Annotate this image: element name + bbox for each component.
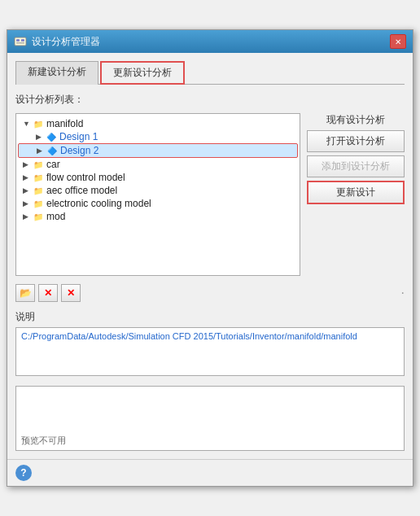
expand-arrow-aec-office: ▶ bbox=[23, 186, 31, 195]
svg-rect-1 bbox=[16, 39, 20, 42]
tab-new-design[interactable]: 新建设计分析 bbox=[15, 61, 98, 85]
expand-arrow-car: ▶ bbox=[23, 160, 31, 168]
preview-label: 预览不可用 bbox=[21, 435, 66, 447]
main-area: ▼ 📁 manifold ▶ 🔷 Design 1 ▶ 🔷 Design 2 bbox=[15, 113, 405, 276]
title-controls: ✕ bbox=[390, 34, 406, 49]
update-design-button[interactable]: 更新设计 bbox=[307, 181, 405, 204]
expand-arrow-electronic-cooling: ▶ bbox=[23, 199, 31, 208]
remove-button[interactable]: ✕ bbox=[61, 284, 81, 302]
svg-rect-2 bbox=[21, 39, 24, 42]
remove-icon: ✕ bbox=[67, 287, 75, 299]
open-folder-icon: 📂 bbox=[20, 287, 32, 299]
design-icon-design1: 🔷 bbox=[46, 131, 57, 142]
window-content: 新建设计分析 更新设计分析 设计分析列表： ▼ 📁 manifold ▶ bbox=[7, 53, 413, 459]
tree-item-design2[interactable]: ▶ 🔷 Design 2 bbox=[18, 143, 298, 158]
expand-arrow-flow-control: ▶ bbox=[23, 173, 31, 181]
design-icon-design2: 🔷 bbox=[46, 145, 58, 156]
tree-item-car[interactable]: ▶ 📁 car bbox=[18, 158, 298, 171]
expand-arrow-manifold: ▼ bbox=[23, 120, 31, 128]
description-section: 说明 C:/ProgramData/Autodesk/Simulation CF… bbox=[15, 310, 405, 376]
delete-icon: ✕ bbox=[44, 287, 52, 299]
open-folder-button[interactable]: 📂 bbox=[15, 284, 35, 302]
bottom-bar: ? bbox=[7, 459, 413, 486]
description-text: C:/ProgramData/Autodesk/Simulation CFD 2… bbox=[15, 327, 405, 376]
folder-icon-car: 📁 bbox=[33, 159, 44, 170]
tree-item-label-aec-office: aec office model bbox=[46, 185, 117, 196]
tree-item-flow-control[interactable]: ▶ 📁 flow control model bbox=[18, 171, 298, 184]
right-panel: 现有设计分析 打开设计分析 添加到设计分析 更新设计 bbox=[307, 113, 405, 276]
description-label: 说明 bbox=[15, 310, 405, 324]
app-icon bbox=[14, 35, 27, 48]
folder-icon-flow-control: 📁 bbox=[33, 172, 44, 183]
tree-item-label-flow-control: flow control model bbox=[46, 172, 125, 183]
svg-rect-0 bbox=[15, 37, 26, 46]
svg-rect-3 bbox=[16, 42, 24, 44]
close-button[interactable]: ✕ bbox=[390, 34, 406, 49]
delete-button[interactable]: ✕ bbox=[38, 284, 58, 302]
tab-bar: 新建设计分析 更新设计分析 bbox=[15, 61, 405, 85]
tree-section-label: 设计分析列表： bbox=[15, 93, 405, 107]
tree-panel[interactable]: ▼ 📁 manifold ▶ 🔷 Design 1 ▶ 🔷 Design 2 bbox=[15, 113, 300, 276]
expand-arrow-design1: ▶ bbox=[36, 133, 44, 141]
preview-section: 预览不可用 bbox=[15, 386, 405, 451]
folder-icon-aec-office: 📁 bbox=[33, 185, 44, 196]
tree-item-manifold[interactable]: ▼ 📁 manifold bbox=[18, 117, 298, 130]
open-design-button[interactable]: 打开设计分析 bbox=[307, 130, 405, 152]
expand-arrow-design2: ▶ bbox=[37, 146, 45, 155]
main-window: 设计分析管理器 ✕ 新建设计分析 更新设计分析 设计分析列表： ▼ � bbox=[7, 29, 413, 487]
folder-icon-mod: 📁 bbox=[33, 211, 44, 222]
help-button[interactable]: ? bbox=[15, 465, 32, 481]
title-bar: 设计分析管理器 ✕ bbox=[7, 30, 413, 53]
tree-item-aec-office[interactable]: ▶ 📁 aec office model bbox=[18, 184, 298, 197]
right-panel-label: 现有设计分析 bbox=[307, 113, 405, 127]
tree-item-label-mod: mod bbox=[46, 211, 65, 222]
tree-item-design1[interactable]: ▶ 🔷 Design 1 bbox=[18, 130, 298, 143]
tree-item-label-design2: Design 2 bbox=[60, 145, 98, 156]
tree-item-label-electronic-cooling: electronic cooling model bbox=[46, 198, 151, 209]
folder-icon-manifold: 📁 bbox=[33, 118, 44, 129]
toolbar-area: 📂 ✕ ✕ · bbox=[15, 282, 405, 304]
folder-icon-electronic-cooling: 📁 bbox=[33, 198, 44, 209]
title-bar-left: 设计分析管理器 bbox=[14, 35, 100, 49]
tab-update-design[interactable]: 更新设计分析 bbox=[100, 61, 185, 85]
tree-item-label-design1: Design 1 bbox=[59, 131, 98, 142]
tree-item-mod[interactable]: ▶ 📁 mod bbox=[18, 210, 298, 223]
preview-area: 预览不可用 bbox=[15, 386, 405, 451]
expand-arrow-mod: ▶ bbox=[23, 212, 31, 221]
tree-item-label-manifold: manifold bbox=[46, 118, 83, 129]
tree-item-label-car: car bbox=[46, 159, 60, 170]
add-design-button[interactable]: 添加到设计分析 bbox=[307, 155, 405, 177]
tree-item-electronic-cooling[interactable]: ▶ 📁 electronic cooling model bbox=[18, 197, 298, 210]
toolbar-separator: · bbox=[401, 286, 405, 300]
window-title: 设计分析管理器 bbox=[32, 35, 100, 49]
